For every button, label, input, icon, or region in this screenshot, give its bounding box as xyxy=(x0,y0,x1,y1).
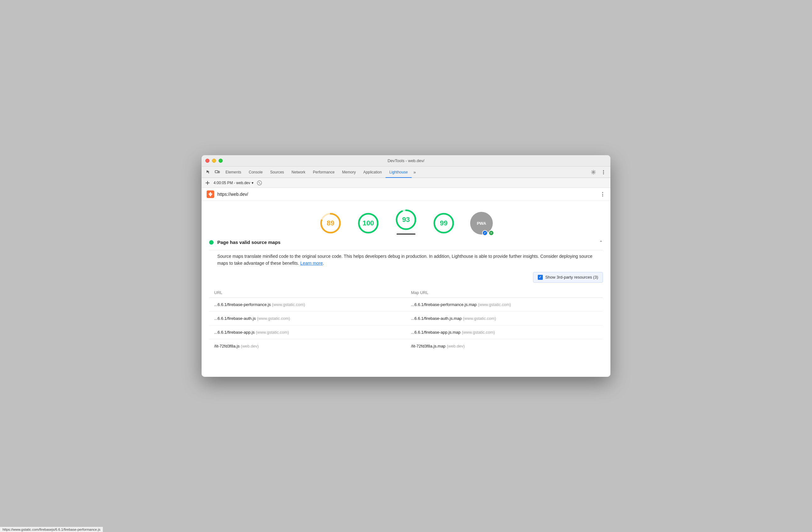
url-cell-0: ...6.6.1/firebase-performance.js (www.gs… xyxy=(209,302,406,307)
active-tab-underline xyxy=(396,234,416,235)
pwa-badge-check: ✓ xyxy=(482,230,488,236)
throttle-button[interactable] xyxy=(256,179,263,186)
score-value-99: 99 xyxy=(440,219,448,227)
tab-performance[interactable]: Performance xyxy=(309,167,338,178)
scores-section: 89 100 xyxy=(202,201,610,235)
checkbox-label: Show 3rd-party resources (3) xyxy=(545,275,598,280)
source-maps-table: URL Map URL ...6.6.1/firebase-performanc… xyxy=(209,288,603,353)
svg-point-5 xyxy=(603,173,604,174)
svg-rect-0 xyxy=(215,171,218,173)
show-3rd-party-checkbox[interactable]: ✓ Show 3rd-party resources (3) xyxy=(533,272,603,283)
minimize-button[interactable] xyxy=(212,159,216,163)
table-row: ...6.6.1/firebase-auth.js (www.gstatic.c… xyxy=(209,312,603,325)
score-value-93: 93 xyxy=(402,215,410,224)
map-url-column-header: Map URL xyxy=(406,290,603,295)
svg-point-3 xyxy=(603,170,604,171)
pwa-badges: ✓ + xyxy=(482,230,494,236)
score-accessibility[interactable]: 100 xyxy=(357,212,380,235)
pwa-badge-plus: + xyxy=(489,230,494,236)
map-url-cell-2: ...6.6.1/firebase-app.js.map (www.gstati… xyxy=(406,330,603,335)
devtools-right-controls xyxy=(589,168,608,177)
tab-console[interactable]: Console xyxy=(245,167,266,178)
maximize-button[interactable] xyxy=(219,159,223,163)
url-display: https://web.dev/ xyxy=(217,192,597,197)
audit-description: Source maps translate minified code to t… xyxy=(217,253,603,267)
session-label: 4:00:05 PM - web.dev xyxy=(214,181,250,185)
url-cell-3: /lit-72fd3f8a.js (web.dev) xyxy=(209,344,406,349)
table-header: URL Map URL xyxy=(209,288,603,298)
audit-title: Page has valid source maps xyxy=(217,240,599,245)
add-session-button[interactable] xyxy=(204,179,211,186)
audit-header[interactable]: Page has valid source maps ⌃ xyxy=(209,235,603,250)
map-url-cell-0: ...6.6.1/firebase-performance.js.map (ww… xyxy=(406,302,603,307)
window-title: DevTools - web.dev/ xyxy=(388,158,424,163)
titlebar: DevTools - web.dev/ xyxy=(202,155,610,167)
tab-network[interactable]: Network xyxy=(288,167,309,178)
map-url-cell-3: /lit-72fd3f8a.js.map (web.dev) xyxy=(406,344,603,349)
main-content: https://web.dev/ ⋮ 89 xyxy=(202,188,610,377)
url-column-header: URL xyxy=(209,290,406,295)
url-bar: https://web.dev/ ⋮ xyxy=(202,188,610,201)
score-value-89: 89 xyxy=(327,219,334,227)
tab-list: Elements Console Sources Network Perform… xyxy=(222,167,589,178)
settings-icon[interactable] xyxy=(589,168,598,177)
tab-sources[interactable]: Sources xyxy=(266,167,288,178)
audit-pass-indicator xyxy=(209,240,214,244)
score-performance[interactable]: 89 xyxy=(319,212,342,235)
svg-line-7 xyxy=(259,182,260,184)
lighthouse-logo-icon xyxy=(207,191,214,198)
traffic-lights xyxy=(205,159,223,163)
audit-section: Page has valid source maps ⌃ Source maps… xyxy=(202,235,610,361)
learn-more-link[interactable]: Learn more xyxy=(300,261,323,266)
map-url-cell-1: ...6.6.1/firebase-auth.js.map (www.gstat… xyxy=(406,316,603,321)
score-seo[interactable]: 99 xyxy=(432,212,455,235)
device-toggle-icon[interactable] xyxy=(213,168,222,177)
tab-elements[interactable]: Elements xyxy=(222,167,245,178)
svg-rect-1 xyxy=(218,171,219,173)
more-options-icon[interactable] xyxy=(599,168,608,177)
inspect-icon[interactable] xyxy=(204,168,213,177)
more-tabs-button[interactable]: » xyxy=(412,170,418,175)
score-value-100: 100 xyxy=(363,219,374,227)
tab-memory[interactable]: Memory xyxy=(338,167,360,178)
svg-point-2 xyxy=(593,171,594,173)
checkbox-checked-icon: ✓ xyxy=(538,275,543,280)
devtools-tabbar: Elements Console Sources Network Perform… xyxy=(202,167,610,178)
table-row: ...6.6.1/firebase-app.js (www.gstatic.co… xyxy=(209,325,603,339)
statusbar-url: https://www.gstatic.com/firebasejs/6.6.1… xyxy=(2,528,100,531)
tab-lighthouse[interactable]: Lighthouse xyxy=(386,167,412,178)
url-cell-1: ...6.6.1/firebase-auth.js (www.gstatic.c… xyxy=(209,316,406,321)
pwa-label: PWA xyxy=(477,221,486,226)
score-best-practices[interactable]: 93 xyxy=(395,208,417,235)
score-pwa[interactable]: PWA ✓ + xyxy=(470,212,493,235)
pwa-circle: PWA ✓ + xyxy=(470,212,493,235)
svg-point-4 xyxy=(603,171,604,172)
statusbar: https://www.gstatic.com/firebasejs/6.6.1… xyxy=(0,527,103,532)
table-row: /lit-72fd3f8a.js (web.dev) /lit-72fd3f8a… xyxy=(209,339,603,353)
session-dropdown-icon: ▾ xyxy=(251,181,253,185)
session-selector[interactable]: 4:00:05 PM - web.dev ▾ xyxy=(214,181,253,185)
close-button[interactable] xyxy=(205,159,209,163)
checkbox-row: ✓ Show 3rd-party resources (3) xyxy=(209,272,603,283)
devtools-window: DevTools - web.dev/ Elements Console Sou… xyxy=(202,155,610,377)
table-row: ...6.6.1/firebase-performance.js (www.gs… xyxy=(209,298,603,312)
audit-chevron-up-icon[interactable]: ⌃ xyxy=(599,240,603,245)
toolbar: 4:00:05 PM - web.dev ▾ xyxy=(202,178,610,188)
url-more-button[interactable]: ⋮ xyxy=(600,192,605,197)
tab-application[interactable]: Application xyxy=(360,167,386,178)
url-cell-2: ...6.6.1/firebase-app.js (www.gstatic.co… xyxy=(209,330,406,335)
